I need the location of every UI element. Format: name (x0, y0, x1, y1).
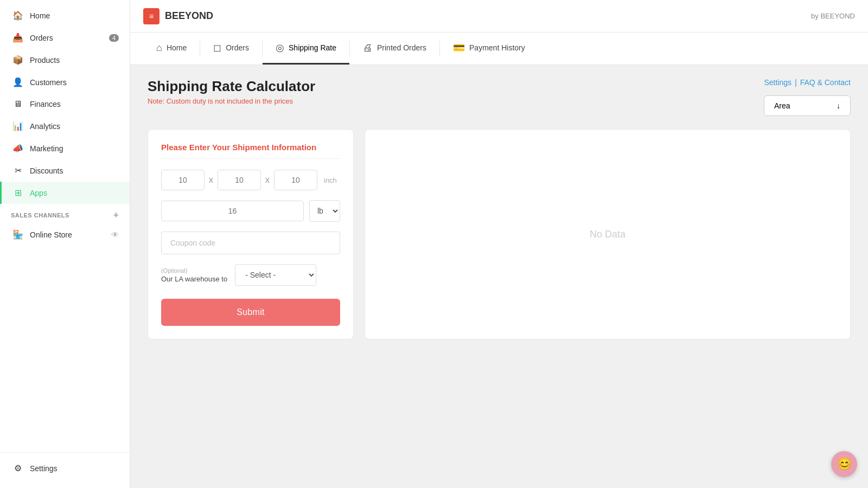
subnav-label: Payment History (469, 43, 525, 52)
sidebar: 🏠 Home 📥 Orders 4 📦 Products 👤 Customers… (0, 0, 130, 488)
logo-icon: ≡ (143, 8, 159, 24)
sidebar-item-products[interactable]: 📦 Products (0, 49, 130, 71)
optional-label: (Optional) (161, 267, 227, 274)
subnav-orders[interactable]: ◻ Orders (200, 33, 262, 65)
subnav-label: Home (167, 43, 187, 52)
area-select-button[interactable]: Area ↓ (764, 95, 851, 116)
subnav-printed-icon: 🖨 (363, 42, 373, 54)
sub-nav: ⌂ Home ◻ Orders ◎ Shipping Rate 🖨 Printe… (130, 33, 868, 65)
page-subtitle: Note: Custom duty is not included in the… (148, 97, 315, 105)
title-block: Shipping Rate Calculator Note: Custom du… (148, 78, 315, 105)
subnav-shipping-icon: ◎ (276, 42, 284, 54)
sidebar-item-orders[interactable]: 📥 Orders 4 (0, 27, 130, 49)
results-panel: No Data (365, 129, 851, 339)
divider: | (795, 78, 797, 87)
submit-button[interactable]: Submit (161, 299, 340, 326)
content-area: Shipping Rate Calculator Note: Custom du… (130, 65, 868, 488)
settings-links: Settings | FAQ & Contact (764, 78, 851, 87)
marketing-icon: 📣 (12, 143, 23, 153)
main-area: ≡ BEEYOND by BEEYOND ⌂ Home ◻ Orders ◎ S… (130, 0, 868, 488)
sidebar-item-label: Marketing (30, 144, 63, 153)
sidebar-item-label: Finances (30, 100, 61, 108)
home-icon: 🏠 (12, 10, 23, 21)
subnav-orders-icon: ◻ (213, 42, 221, 54)
area-arrow-icon: ↓ (837, 101, 840, 110)
page-title: Shipping Rate Calculator (148, 78, 315, 95)
faq-link[interactable]: FAQ & Contact (800, 78, 851, 87)
subnav-label: Printed Orders (377, 43, 426, 52)
customers-icon: 👤 (12, 77, 23, 87)
no-data-label: No Data (590, 229, 626, 240)
orders-badge: 4 (109, 34, 119, 42)
sales-channels-label: SALES CHANNELS (11, 212, 69, 219)
orders-icon: 📥 (12, 33, 23, 43)
sidebar-nav: 🏠 Home 📥 Orders 4 📦 Products 👤 Customers… (0, 0, 130, 452)
subnav-label: Shipping Rate (289, 43, 336, 52)
sidebar-item-apps[interactable]: ⊞ Apps (0, 182, 130, 204)
dim1-input[interactable] (161, 170, 205, 190)
sales-channels-section: SALES CHANNELS + (0, 204, 130, 223)
add-sales-channel-button[interactable]: + (113, 210, 119, 220)
by-label: by BEEYOND (811, 12, 855, 20)
online-store-icon: 🏪 (12, 229, 23, 240)
sidebar-bottom: ⚙ Settings (0, 452, 130, 488)
discounts-icon: ✂ (12, 165, 23, 176)
dim-sep2: x (265, 175, 270, 185)
sidebar-item-label: Customers (30, 78, 67, 87)
settings-link[interactable]: Settings (764, 78, 792, 87)
main-grid: Please Enter Your Shipment Information x… (148, 129, 851, 339)
sidebar-item-label: Orders (30, 34, 53, 42)
apps-icon: ⊞ (12, 188, 23, 198)
chat-icon: 😊 (837, 457, 852, 471)
subnav-printed-orders[interactable]: 🖨 Printed Orders (350, 33, 439, 65)
weight-input[interactable] (161, 201, 304, 221)
dim2-input[interactable] (218, 170, 261, 190)
products-icon: 📦 (12, 55, 23, 65)
form-panel: Please Enter Your Shipment Information x… (148, 129, 354, 339)
form-heading: Please Enter Your Shipment Information (161, 143, 340, 159)
content-header: Shipping Rate Calculator Note: Custom du… (148, 78, 851, 116)
area-dropdown: Area ↓ (764, 95, 851, 116)
sidebar-item-finances[interactable]: 🖥 Finances (0, 93, 130, 115)
finances-icon: 🖥 (12, 99, 23, 109)
subnav-home-icon: ⌂ (156, 42, 162, 54)
sidebar-item-label: Analytics (30, 122, 60, 131)
sidebar-item-home[interactable]: 🏠 Home (0, 4, 130, 27)
analytics-icon: 📊 (12, 121, 23, 131)
top-bar: ≡ BEEYOND by BEEYOND (130, 0, 868, 33)
sidebar-item-label: Products (30, 56, 60, 65)
coupon-input[interactable] (161, 232, 340, 254)
subnav-home[interactable]: ⌂ Home (143, 33, 200, 65)
sidebar-item-label: Settings (30, 464, 58, 473)
brand-name: BEEYOND (165, 10, 213, 22)
weight-row: lb kg (161, 200, 340, 222)
dim3-input[interactable] (274, 170, 317, 190)
subnav-shipping-rate[interactable]: ◎ Shipping Rate (263, 33, 349, 65)
warehouse-select[interactable]: - Select - East Coast West Coast Midwest (235, 264, 316, 286)
sidebar-item-label: Discounts (30, 166, 63, 175)
subnav-payment-icon: 💳 (453, 42, 465, 54)
logo: ≡ BEEYOND (143, 8, 213, 24)
sidebar-item-label: Apps (30, 189, 47, 197)
dim-sep1: x (209, 175, 213, 185)
unit-select[interactable]: lb kg (309, 200, 340, 222)
warehouse-label: Our LA warehouse to (161, 275, 227, 283)
subnav-label: Orders (226, 43, 249, 52)
dim-unit-label: inch (324, 176, 337, 184)
sidebar-item-online-store[interactable]: 🏪 Online Store 👁 (0, 223, 130, 246)
header-right: Settings | FAQ & Contact Area ↓ (764, 78, 851, 116)
warehouse-label-wrap: (Optional) Our LA warehouse to (161, 267, 227, 283)
sidebar-item-marketing[interactable]: 📣 Marketing (0, 137, 130, 159)
sidebar-item-analytics[interactable]: 📊 Analytics (0, 115, 130, 137)
chat-bubble[interactable]: 😊 (831, 451, 857, 477)
settings-gear-icon: ⚙ (12, 463, 23, 473)
area-label: Area (774, 101, 790, 110)
sidebar-item-discounts[interactable]: ✂ Discounts (0, 159, 130, 182)
warehouse-row: (Optional) Our LA warehouse to - Select … (161, 264, 340, 286)
eye-icon: 👁 (111, 230, 119, 239)
sidebar-item-label: Home (30, 11, 50, 20)
sidebar-item-label: Online Store (30, 230, 72, 239)
sidebar-item-settings[interactable]: ⚙ Settings (0, 457, 130, 479)
sidebar-item-customers[interactable]: 👤 Customers (0, 71, 130, 93)
subnav-payment-history[interactable]: 💳 Payment History (440, 33, 538, 65)
